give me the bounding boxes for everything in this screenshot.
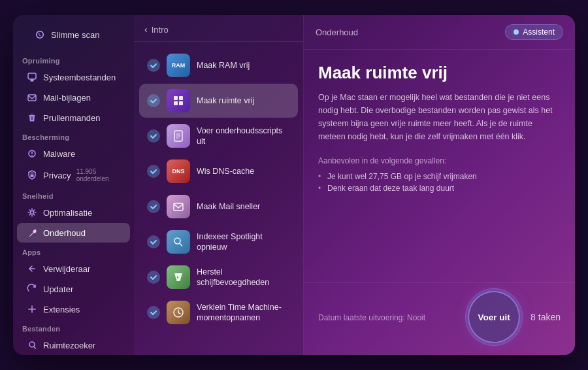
back-arrow-icon[interactable]: ‹: [144, 24, 148, 35]
task-item-ruimte[interactable]: Maak ruimte vrij: [139, 84, 298, 118]
task-check-schijf: [147, 271, 160, 284]
right-footer: Datum laatste uitvoering: Nooit Voer uit…: [304, 282, 575, 355]
recommendation-label: Aanbevolen in de volgende gevallen:: [318, 156, 561, 165]
sidebar-item-label: Malware: [43, 149, 75, 159]
recommendation-item-2: Denk eraan dat deze taak lang duurt: [318, 182, 561, 194]
detail-description: Op je Mac staan er mogelijk heel wat bes…: [318, 91, 561, 143]
sidebar-item-label: Onderhoud: [43, 228, 86, 238]
middle-panel: ‹ Intro RAM Maak RAM vrij: [134, 15, 304, 355]
task-label-scripts: Voer onderhoudsscripts uit: [197, 126, 290, 147]
onderhoud-icon: [26, 227, 38, 239]
sidebar-section-opruiming: Opruiming Systeembestanden Mail-bijlagen…: [13, 52, 134, 128]
assistant-label: Assistent: [523, 27, 555, 37]
run-button-wrap: Voer uit 8 taken: [468, 291, 561, 343]
scan-icon: [34, 29, 46, 41]
task-label-ruimte: Maak ruimte vrij: [197, 95, 290, 106]
task-check-mail: [147, 200, 160, 213]
trash-icon: [26, 112, 38, 124]
sidebar-item-mail-bijlagen[interactable]: Mail-bijlagen: [17, 88, 130, 107]
section-label-snelheid: Snelheid: [13, 187, 134, 202]
sidebar-item-optimalisatie[interactable]: Optimalisatie: [17, 203, 130, 222]
sidebar-item-label: Systeembestanden: [43, 73, 116, 82]
task-label-schijf: Herstel schijfbevoegdheden: [197, 267, 290, 288]
recommendation-list: Je kunt wel 27,75 GB op je schijf vrijma…: [318, 171, 561, 194]
run-button[interactable]: Voer uit: [468, 291, 520, 343]
task-item-dns[interactable]: DNS Wis DNS-cache: [139, 154, 298, 188]
right-panel: Onderhoud Assistent Maak ruimte vrij Op …: [304, 15, 575, 355]
task-icon-ruimte: [167, 89, 190, 112]
malware-icon: [26, 148, 38, 160]
sidebar-item-systeembestanden[interactable]: Systeembestanden: [17, 67, 130, 87]
sidebar-section-apps: Apps Verwijderaar Updater Extensies: [13, 243, 134, 320]
task-item-scripts[interactable]: Voer onderhoudsscripts uit: [139, 119, 298, 153]
middle-header: ‹ Intro: [134, 15, 303, 42]
sidebar-item-prullenmanden[interactable]: Prullenmanden: [17, 108, 130, 127]
system-icon: [26, 71, 38, 83]
task-item-mail[interactable]: Maak Mail sneller: [139, 190, 298, 224]
last-run-info: Datum laatste uitvoering: Nooit: [318, 311, 425, 323]
sidebar-section-bescherming: Bescherming Malware Privacy 11.905 onder…: [13, 128, 134, 187]
right-header: Onderhoud Assistent: [304, 15, 575, 50]
section-label-opruiming: Opruiming: [13, 52, 134, 67]
sidebar-item-onderhoud[interactable]: Onderhoud: [17, 223, 130, 243]
svg-rect-3: [28, 95, 36, 101]
last-run-label: Datum laatste uitvoering:: [318, 313, 405, 322]
sidebar-item-ruimtezoeker[interactable]: Ruimtezoeker: [17, 335, 130, 355]
assistant-button[interactable]: Assistent: [505, 24, 563, 40]
task-check-time: [147, 306, 160, 319]
sidebar-item-updater[interactable]: Updater: [17, 279, 130, 299]
app-window: Slimme scan Opruiming Systeembestanden M…: [13, 15, 575, 355]
task-check-scripts: [147, 129, 160, 143]
task-item-ram[interactable]: RAM Maak RAM vrij: [139, 48, 298, 82]
task-icon-time: [167, 301, 190, 324]
privacy-badge: 11.905 onderdelen: [76, 168, 121, 182]
task-icon-mail: [167, 195, 190, 218]
task-list: RAM Maak RAM vrij Maak ruimte vrij: [134, 42, 303, 355]
sidebar-item-label: Slimme scan: [51, 30, 99, 40]
sidebar-item-label: Updater: [43, 284, 73, 294]
mail-icon: [26, 92, 38, 103]
task-label-spotlight: Indexeer Spotlight opnieuw: [197, 231, 290, 253]
extensies-icon: [26, 303, 38, 315]
sidebar-item-verwijderaar[interactable]: Verwijderaar: [17, 259, 130, 278]
right-content: Maak ruimte vrij Op je Mac staan er moge…: [304, 50, 575, 282]
last-run-value: Nooit: [407, 313, 425, 322]
task-label-time: Verklein Time Machine-momentopnamen: [197, 302, 290, 324]
sidebar-item-privacy[interactable]: Privacy 11.905 onderdelen: [17, 164, 130, 186]
task-check-dns: [147, 165, 160, 178]
sidebar-section-snelheid: Snelheid Optimalisatie Onderhoud: [13, 187, 134, 243]
ruimtezoeker-icon: [26, 339, 38, 351]
sidebar: Slimme scan Opruiming Systeembestanden M…: [13, 15, 134, 355]
last-run-text: Datum laatste uitvoering: Nooit: [318, 313, 425, 322]
svg-rect-1: [30, 80, 34, 82]
task-icon-schijf: [167, 265, 190, 289]
section-label-bestanden: Bestanden: [13, 320, 134, 335]
svg-rect-19: [179, 101, 183, 105]
task-item-time[interactable]: Verklein Time Machine-momentopnamen: [139, 295, 298, 329]
sidebar-item-slimme-scan[interactable]: Slimme scan: [25, 25, 122, 44]
task-icon-scripts: [167, 124, 190, 148]
svg-point-7: [31, 211, 34, 214]
tasks-count: 8 taken: [531, 312, 561, 322]
task-icon-ram: RAM: [167, 54, 190, 77]
sidebar-item-malware[interactable]: Malware: [17, 144, 130, 163]
task-item-spotlight[interactable]: Indexeer Spotlight opnieuw: [139, 225, 298, 259]
section-title: Onderhoud: [316, 27, 358, 37]
sidebar-item-label: Privacy: [43, 171, 71, 180]
optimalisatie-icon: [26, 207, 38, 218]
sidebar-item-label: Mail-bijlagen: [43, 93, 91, 103]
task-label-mail: Maak Mail sneller: [197, 201, 290, 212]
sidebar-item-label: Extensies: [43, 305, 80, 314]
assistant-dot-icon: [514, 29, 519, 35]
task-icon-spotlight: [167, 230, 190, 254]
section-label-apps: Apps: [13, 243, 134, 258]
svg-rect-17: [179, 96, 183, 100]
sidebar-section-bestanden: Bestanden Ruimtezoeker Groot en oud Vers…: [13, 320, 134, 355]
task-label-dns: Wis DNS-cache: [197, 166, 290, 177]
task-label-ram: Maak RAM vrij: [197, 60, 290, 71]
task-item-schijf[interactable]: Herstel schijfbevoegdheden: [139, 260, 298, 294]
recommendation-item-1: Je kunt wel 27,75 GB op je schijf vrijma…: [318, 171, 561, 182]
sidebar-item-extensies[interactable]: Extensies: [17, 299, 130, 319]
svg-rect-24: [174, 203, 183, 210]
task-check-spotlight: [147, 235, 160, 248]
